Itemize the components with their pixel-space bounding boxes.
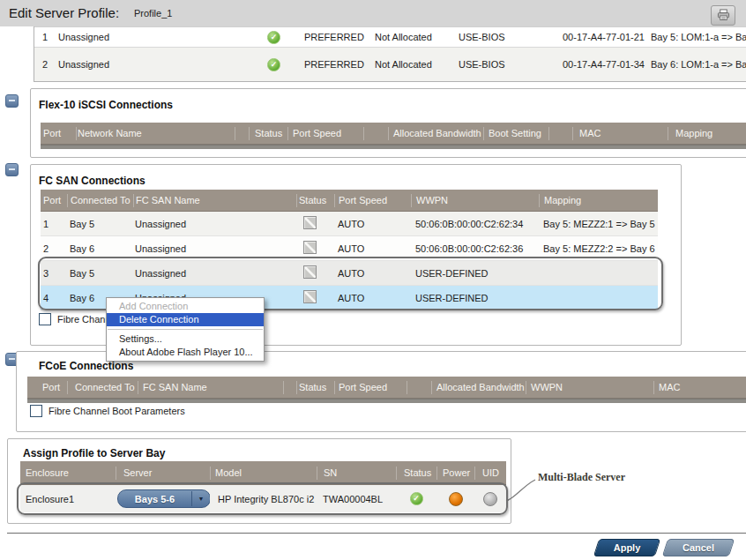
cell-mac: 00-17-A4-77-01-34 [561,59,649,70]
fcoe-section-panel: FCoE Connections Port Connected To FC SA… [16,351,746,432]
cell-port-speed: AUTO [334,243,411,254]
cell-port-speed: PREFERRED [301,32,371,42]
cell-uid [474,492,506,506]
cell-fc-san-name: Unassigned [133,243,296,254]
fibre-channel-boot-checkbox[interactable] [30,405,42,417]
section-title: Flex-10 iSCSI Connections [39,99,173,111]
collapse-minus-icon[interactable] [5,163,19,176]
annotation-connector-line [505,477,537,504]
cell-connected-to: Bay 5 [67,219,133,229]
cell-port: 2 [34,59,58,70]
section-title: Assign Profile to Server Bay [23,447,165,459]
cell-wwpn: USER-DEFINED [411,293,539,303]
fc-san-table-header: Port Connected To FC SAN Name Status Por… [41,190,658,212]
cell-connected-to: Bay 6 [67,243,133,254]
cell-mac: 00-17-A4-77-01-21 [561,32,649,42]
col-header-status: Status [396,467,436,480]
profile-name: Profile_1 [134,8,172,19]
cell-wwpn: USER-DEFINED [411,268,539,279]
cell-fc-san-name: Unassigned [133,219,296,229]
status-ok-icon: ✓ [267,31,280,44]
column-spacer [363,127,388,140]
assign-table-header: Enclosure Server Model SN Status Power U… [20,461,506,485]
col-header-port: Port [41,127,76,140]
cell-fc-san-name: Unassigned [133,268,296,279]
col-header-status: Status [249,127,287,140]
cell-port-speed: AUTO [334,219,411,229]
cell-status [296,290,334,305]
col-header-allocated-bandwidth: Allocated Bandwidth [431,381,526,394]
column-spacer [548,127,572,140]
status-ok-icon: ✓ [410,492,423,505]
status-unavailable-icon [303,241,317,254]
status-unavailable-icon [303,290,317,303]
col-header-allocated-bandwidth: Allocated Bandwidth [388,127,483,140]
status-ok-icon: ✓ [267,58,280,71]
cell-wwpn: 50:06:0B:00:00:C2:62:36 [411,243,539,254]
cell-port-speed: PREFERRED [301,59,371,70]
assign-table: Enclosure Server Model SN Status Power U… [20,461,506,512]
col-header-connected-to: Connected To [67,194,133,207]
col-header-power: Power [436,467,474,480]
col-header-mac: MAC [653,381,746,394]
empty-table-body [27,399,746,403]
cell-mapping: Bay 5: MEZZ2:2 => Bay 6 [539,243,658,254]
col-header-boot-setting: Boot Setting [483,127,548,140]
col-header-wwpn: WWPN [526,381,653,394]
cell-model: HP Integrity BL870c i2 [210,494,317,504]
col-header-network-name: Network Name [76,127,235,140]
assign-profile-panel: Assign Profile to Server Bay Enclosure S… [7,438,511,524]
col-header-sn: SN [317,467,396,480]
menu-item-about-flash[interactable]: About Adobe Flash Player 10... [107,346,264,359]
col-header-connected-to: Connected To [67,381,138,394]
cancel-button[interactable]: Cancel [665,539,732,556]
context-menu: Add Connection Delete Connection Setting… [106,297,265,362]
status-unavailable-icon [303,265,317,279]
cell-network-name: Unassigned [58,59,265,70]
assign-server-row[interactable]: Enclosure1 Bays 5-6 ▼ HP Integrity BL870… [20,485,506,512]
dropdown-value: Bays 5-6 [118,494,191,504]
server-bays-dropdown[interactable]: Bays 5-6 ▼ [117,489,210,508]
table-row[interactable]: 2 Unassigned ✓ PREFERRED Not Allocated U… [34,47,746,81]
column-spacer [283,381,296,394]
col-header-port-speed: Port Speed [287,127,363,140]
cell-port: 1 [41,219,67,229]
col-header-port-speed: Port Speed [334,381,407,394]
cell-status [296,216,334,231]
fc-san-row-1[interactable]: 1 Bay 5 Unassigned AUTO 50:06:0B:00:00:C… [41,212,658,236]
empty-table-body [41,145,746,149]
cell-port: 1 [34,32,58,42]
collapse-minus-icon[interactable] [5,94,19,108]
cell-enclosure: Enclosure1 [20,494,116,504]
menu-item-settings[interactable]: Settings... [107,332,264,346]
apply-button[interactable]: Apply [596,539,658,556]
cell-port-speed: AUTO [334,268,411,279]
cell-port-speed: AUTO [334,293,411,303]
col-header-model: Model [210,467,317,480]
fc-san-row-3[interactable]: 3 Bay 5 Unassigned AUTO USER-DEFINED [41,261,658,286]
uid-indicator-icon [483,492,497,506]
edit-server-profile-screen: Edit Server Profile: Profile_1 1 Unassig… [0,0,746,560]
cell-allocated-bandwidth: Not Allocated [371,32,455,42]
col-header-port: Port [41,194,67,207]
col-header-port-speed: Port Speed [334,194,411,207]
iscsi-table: Port Network Name Status Port Speed Allo… [41,123,746,149]
cell-connected-to: Bay 5 [67,268,133,279]
col-header-mapping: Mapping [668,127,746,140]
menu-item-delete-connection[interactable]: Delete Connection [107,313,264,326]
power-on-icon [449,492,463,506]
print-button[interactable] [711,5,735,26]
column-spacer [235,127,249,140]
col-header-fc-san-name: FC SAN Name [133,194,296,207]
cell-status: ✓ [265,31,301,44]
iscsi-table-header: Port Network Name Status Port Speed Allo… [41,123,746,145]
fcoe-table: Port Connected To FC SAN Name Status Por… [27,377,746,403]
fibre-channel-boot-checkbox[interactable] [39,313,51,325]
cell-status: ✓ [396,492,436,505]
section-title: FCoE Connections [39,360,133,372]
table-row[interactable]: 1 Unassigned ✓ PREFERRED Not Allocated U… [34,26,746,47]
fc-san-row-2[interactable]: 2 Bay 6 Unassigned AUTO 50:06:0B:00:00:C… [41,236,658,261]
col-header-mapping: Mapping [539,194,658,207]
title-bar: Edit Server Profile: Profile_1 [0,0,746,26]
cell-server: Bays 5-6 ▼ [116,489,210,508]
